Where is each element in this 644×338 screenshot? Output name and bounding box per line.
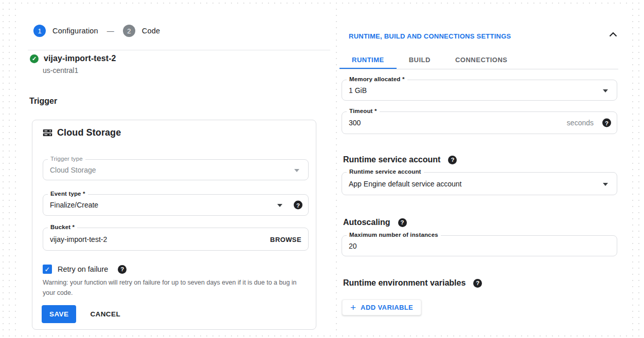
browse-button[interactable]: BROWSE bbox=[270, 235, 301, 243]
dropdown-arrow-icon bbox=[294, 169, 299, 172]
event-type-value: Finalize/Create bbox=[50, 201, 98, 209]
env-vars-help-icon[interactable]: ? bbox=[473, 279, 482, 288]
retry-checkbox[interactable]: ✓ bbox=[43, 265, 52, 274]
timeout-input[interactable] bbox=[349, 112, 513, 134]
env-vars-heading: Runtime environment variables bbox=[343, 278, 466, 288]
event-type-help-icon[interactable]: ? bbox=[294, 201, 302, 210]
chevron-up-icon[interactable] bbox=[609, 31, 617, 39]
function-name-row: ✓ vijay-import-test-2 bbox=[30, 54, 116, 63]
function-region: us-central1 bbox=[43, 66, 78, 74]
memory-allocated-label: Memory allocated * bbox=[347, 76, 407, 82]
max-instances-input[interactable] bbox=[349, 236, 513, 256]
trigger-type-value: Cloud Storage bbox=[50, 166, 96, 174]
tab-runtime[interactable]: RUNTIME bbox=[339, 51, 397, 69]
tab-connections[interactable]: CONNECTIONS bbox=[443, 51, 520, 69]
step-2-label[interactable]: Code bbox=[142, 27, 160, 35]
env-vars-heading-row: Runtime environment variables ? bbox=[343, 278, 482, 288]
memory-allocated-select[interactable]: Memory allocated * 1 GiB bbox=[342, 80, 617, 101]
dropdown-arrow-icon[interactable] bbox=[603, 89, 608, 92]
trigger-card-title: Cloud Storage bbox=[57, 127, 121, 138]
autoscaling-help-icon[interactable]: ? bbox=[398, 218, 407, 227]
dropdown-arrow-icon[interactable] bbox=[603, 183, 608, 186]
event-type-label: Event type * bbox=[48, 191, 88, 197]
stepper-divider bbox=[28, 50, 330, 50]
success-check-icon: ✓ bbox=[30, 54, 39, 63]
tab-build[interactable]: BUILD bbox=[397, 51, 443, 69]
cancel-button[interactable]: CANCEL bbox=[90, 310, 120, 318]
trigger-heading: Trigger bbox=[29, 97, 57, 106]
runtime-settings-panel: RUNTIME, BUILD AND CONNECTIONS SETTINGS … bbox=[338, 6, 629, 332]
trigger-card: Cloud Storage Trigger type Cloud Storage… bbox=[32, 120, 316, 330]
trigger-type-label: Trigger type bbox=[48, 156, 85, 162]
cloud-storage-icon bbox=[42, 127, 53, 138]
timeout-field[interactable]: Timeout * seconds ? bbox=[342, 111, 617, 134]
stepper-separator: — bbox=[105, 27, 116, 35]
configuration-panel: 1 Configuration — 2 Code ✓ vijay-import-… bbox=[19, 6, 333, 332]
runtime-service-account-value: App Engine default service account bbox=[349, 180, 461, 188]
step-2-badge[interactable]: 2 bbox=[123, 25, 135, 37]
service-account-heading-row: Runtime service account ? bbox=[343, 155, 457, 164]
add-variable-label: ADD VARIABLE bbox=[361, 304, 413, 311]
save-button[interactable]: SAVE bbox=[42, 305, 76, 323]
max-instances-field[interactable]: Maximum number of instances bbox=[342, 235, 617, 256]
autoscaling-heading: Autoscaling bbox=[343, 218, 390, 227]
autoscaling-heading-row: Autoscaling ? bbox=[343, 218, 407, 227]
event-type-select[interactable]: Event type * Finalize/Create ? bbox=[43, 194, 309, 216]
service-account-heading: Runtime service account bbox=[343, 155, 440, 164]
settings-section-toggle[interactable]: RUNTIME, BUILD AND CONNECTIONS SETTINGS bbox=[349, 32, 511, 40]
dropdown-arrow-icon[interactable] bbox=[277, 204, 282, 207]
tabs-divider bbox=[339, 69, 618, 69]
add-variable-button[interactable]: + ADD VARIABLE bbox=[342, 299, 421, 315]
retry-on-failure-row: ✓ Retry on failure ? bbox=[43, 265, 127, 274]
retry-help-icon[interactable]: ? bbox=[118, 265, 127, 274]
stepper: 1 Configuration — 2 Code bbox=[33, 25, 160, 37]
service-account-help-icon[interactable]: ? bbox=[448, 156, 457, 164]
trigger-type-select[interactable]: Trigger type Cloud Storage bbox=[43, 159, 309, 180]
step-1-label[interactable]: Configuration bbox=[52, 27, 98, 35]
runtime-service-account-select[interactable]: Runtime service account App Engine defau… bbox=[342, 172, 617, 195]
memory-allocated-value: 1 GiB bbox=[349, 86, 367, 95]
retry-label: Retry on failure bbox=[58, 265, 108, 273]
function-name: vijay-import-test-2 bbox=[44, 54, 116, 63]
runtime-service-account-label: Runtime service account bbox=[347, 168, 424, 175]
retry-warning-text: Warning: your function will retry on fai… bbox=[43, 277, 306, 298]
timeout-help-icon[interactable]: ? bbox=[602, 119, 611, 127]
timeout-unit: seconds bbox=[567, 119, 594, 127]
step-1-badge[interactable]: 1 bbox=[33, 25, 46, 37]
settings-tabs: RUNTIME BUILD CONNECTIONS bbox=[339, 51, 520, 69]
form-actions: SAVE CANCEL bbox=[42, 305, 120, 323]
bucket-input[interactable] bbox=[50, 228, 209, 250]
bucket-field[interactable]: Bucket * BROWSE bbox=[43, 228, 309, 251]
trigger-card-title-row: Cloud Storage bbox=[42, 127, 121, 138]
plus-icon: + bbox=[350, 303, 356, 312]
